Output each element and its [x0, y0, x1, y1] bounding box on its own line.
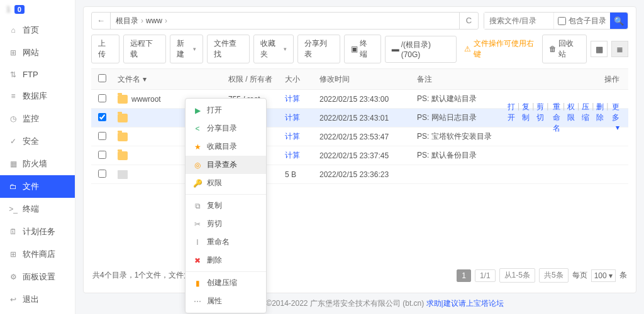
- context-item[interactable]: I重命名: [186, 233, 266, 251]
- row-action[interactable]: 复制: [522, 102, 530, 134]
- table-row[interactable]: 644 / root 5 B 2022/02/15 23:36:23: [91, 165, 628, 184]
- sidebar-label: 文件: [23, 181, 39, 192]
- trash-button[interactable]: 🗑 回收站: [542, 35, 587, 63]
- row-action[interactable]: 打开: [508, 102, 515, 134]
- col-mtime[interactable]: 修改时间: [314, 74, 412, 85]
- col-note[interactable]: 备注: [412, 74, 502, 85]
- sidebar-icon: ⊞: [9, 250, 18, 259]
- context-item[interactable]: ◎目录查杀: [186, 156, 266, 174]
- calc-size[interactable]: 计算: [285, 132, 300, 141]
- sidebar-label: 终端: [23, 203, 39, 215]
- col-act: 操作: [502, 74, 628, 85]
- context-icon: I: [193, 238, 202, 247]
- folder-icon: [118, 114, 128, 122]
- context-item[interactable]: ⋯属性: [186, 292, 266, 310]
- new-button[interactable]: 新建▾: [170, 35, 203, 63]
- file-mtime: 2022/02/15 23:37:45: [314, 151, 412, 160]
- breadcrumb-part[interactable]: 根目录: [116, 16, 138, 26]
- sidebar-item[interactable]: ⊞软件商店: [0, 243, 75, 266]
- sidebar-item[interactable]: ≡数据库: [0, 85, 75, 107]
- page-total: 1/1: [475, 269, 496, 282]
- favorites-button[interactable]: 收藏夹▾: [253, 35, 294, 63]
- context-label: 权限: [207, 178, 222, 188]
- row-checkbox[interactable]: [98, 151, 106, 159]
- sidebar-item[interactable]: ⇅FTP: [0, 64, 75, 85]
- col-name[interactable]: 文件名 ▾: [113, 74, 223, 85]
- breadcrumb-path[interactable]: 根目录 › www ›: [111, 16, 459, 26]
- breadcrumb-part[interactable]: www: [146, 16, 162, 25]
- refresh-button[interactable]: C: [459, 13, 478, 29]
- file-search-button[interactable]: 文件查找: [207, 35, 250, 63]
- include-subdir-checkbox[interactable]: [558, 17, 566, 25]
- search-button[interactable]: 🔍: [610, 13, 628, 29]
- sidebar-item[interactable]: ✓安全: [0, 130, 75, 153]
- context-icon: ★: [193, 143, 202, 151]
- context-item[interactable]: ✖删除: [186, 251, 266, 269]
- context-item[interactable]: ▮创建压缩: [186, 274, 266, 292]
- sidebar-item[interactable]: ⌂首页: [0, 19, 75, 41]
- row-checkbox[interactable]: [98, 170, 106, 178]
- sidebar-item[interactable]: 🗓计划任务: [0, 220, 75, 243]
- row-checkbox[interactable]: [98, 113, 106, 121]
- forum-link[interactable]: 求助|建议请上宝塔论坛: [426, 299, 504, 308]
- remote-download-button[interactable]: 远程下载: [123, 35, 166, 63]
- row-action[interactable]: 压缩: [582, 102, 589, 134]
- disk-info-button[interactable]: ▬ /(根目录) (70G): [385, 36, 457, 63]
- list-view-button[interactable]: ≣: [611, 41, 628, 57]
- sidebar-item[interactable]: ⚙面板设置: [0, 266, 75, 288]
- context-item[interactable]: ▶打开: [186, 101, 266, 119]
- context-item[interactable]: ✂剪切: [186, 215, 266, 233]
- calc-size[interactable]: 计算: [285, 94, 300, 103]
- context-icon: ⋯: [193, 297, 202, 306]
- file-name: wwwroot: [131, 95, 161, 104]
- select-all-checkbox[interactable]: [98, 74, 106, 82]
- row-action[interactable]: 重命名: [551, 102, 560, 134]
- search-box: 包含子目录 🔍: [484, 12, 628, 30]
- table-row[interactable]: 600 / root 计算 2022/02/15 23:37:45 PS: 默认…: [91, 146, 628, 165]
- sidebar-item[interactable]: ▦防火墙: [0, 153, 75, 175]
- context-icon: ⧉: [193, 202, 202, 210]
- sidebar-item[interactable]: ◷监控: [0, 107, 75, 130]
- row-action[interactable]: 更多 ▾: [611, 102, 619, 134]
- terminal-button[interactable]: ▣ 终端: [344, 35, 380, 63]
- upload-button[interactable]: 上传: [91, 35, 119, 63]
- sidebar-item[interactable]: ↩退出: [0, 288, 75, 311]
- include-subdir[interactable]: 包含子目录: [553, 13, 610, 29]
- context-item[interactable]: ⧉复制: [186, 197, 266, 215]
- context-item[interactable]: <分享目录: [186, 119, 266, 138]
- page-current[interactable]: 1: [457, 269, 471, 282]
- file-mtime: 2022/02/15 23:36:23: [314, 170, 412, 179]
- sidebar-item[interactable]: 🗀文件: [0, 175, 75, 198]
- sidebar-icon: >_: [9, 205, 18, 214]
- row-action[interactable]: 权限: [567, 102, 575, 134]
- col-size[interactable]: 大小: [280, 74, 314, 85]
- context-menu: ▶打开<分享目录★收藏目录◎目录查杀🔑权限⧉复制✂剪切I重命名✖删除▮创建压缩⋯…: [185, 98, 267, 313]
- sidebar-item[interactable]: ⊞网站: [0, 41, 75, 64]
- row-checkbox[interactable]: [98, 94, 106, 102]
- sidebar-item[interactable]: >_终端: [0, 198, 75, 220]
- row-checkbox[interactable]: [98, 132, 106, 140]
- grid-view-button[interactable]: ▦: [591, 41, 608, 57]
- calc-size[interactable]: 计算: [285, 151, 300, 160]
- per-page-select[interactable]: 100 ▾: [591, 269, 616, 282]
- back-button[interactable]: ←: [92, 13, 111, 29]
- sidebar-icon: ⌂: [9, 26, 18, 35]
- row-action[interactable]: 剪切: [536, 102, 544, 134]
- notification-badge[interactable]: 0: [14, 5, 25, 14]
- row-action[interactable]: 删除: [596, 102, 604, 134]
- sidebar-label: 监控: [23, 113, 39, 124]
- context-item[interactable]: ★收藏目录: [186, 138, 266, 156]
- context-item[interactable]: 🔑权限: [186, 174, 266, 192]
- main-area: ← 根目录 › www › C 包含子目录 🔍: [75, 0, 644, 314]
- sidebar-label: 计划任务: [23, 226, 55, 237]
- share-list-button[interactable]: 分享列表: [297, 35, 340, 63]
- context-icon: 🔑: [193, 179, 202, 188]
- table-row[interactable]: 700 / www 计算 2022/02/15 23:43:01 PS: 网站日…: [91, 109, 628, 127]
- context-icon: ▮: [193, 279, 202, 288]
- search-input[interactable]: [484, 13, 553, 29]
- col-perm[interactable]: 权限 / 所有者: [223, 74, 280, 85]
- file-mtime: 2022/02/15 23:43:01: [314, 114, 412, 122]
- breadcrumb-sep: ›: [165, 16, 167, 25]
- calc-size[interactable]: 计算: [285, 113, 300, 122]
- folder-icon: [118, 151, 128, 160]
